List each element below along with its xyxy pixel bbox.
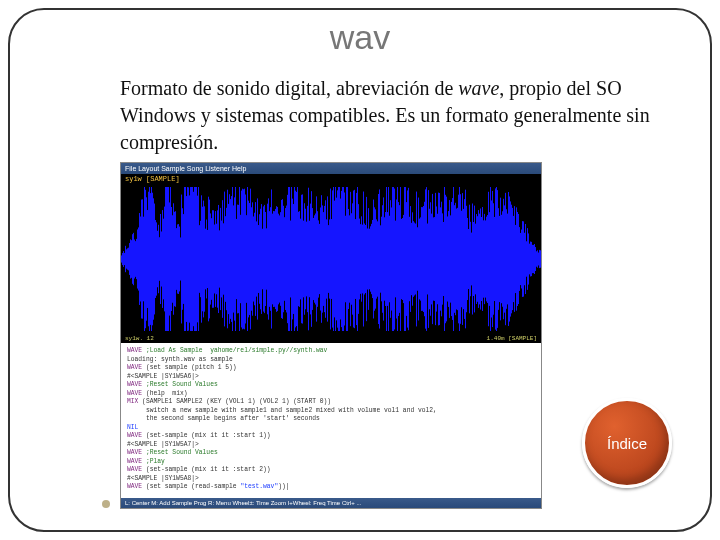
svg-rect-39 [159, 237, 160, 281]
svg-rect-376 [496, 187, 497, 331]
svg-rect-175 [295, 191, 296, 328]
svg-rect-35 [155, 220, 156, 298]
svg-rect-51 [171, 207, 172, 311]
svg-rect-378 [498, 208, 499, 310]
svg-rect-381 [501, 215, 502, 303]
svg-rect-395 [515, 225, 516, 293]
svg-rect-258 [378, 194, 379, 324]
svg-rect-219 [339, 187, 340, 331]
svg-rect-6 [126, 249, 127, 268]
svg-rect-344 [464, 199, 465, 319]
svg-rect-97 [217, 210, 218, 307]
svg-rect-26 [146, 197, 147, 320]
svg-rect-268 [388, 187, 389, 331]
svg-rect-319 [439, 193, 440, 325]
svg-rect-211 [331, 219, 332, 299]
svg-rect-347 [467, 218, 468, 300]
svg-rect-411 [531, 242, 532, 276]
svg-rect-309 [429, 209, 430, 309]
svg-rect-208 [328, 225, 329, 293]
svg-rect-325 [445, 195, 446, 323]
svg-rect-405 [525, 224, 526, 294]
svg-rect-20 [140, 217, 141, 302]
svg-rect-107 [227, 190, 228, 329]
svg-rect-32 [152, 193, 153, 326]
svg-rect-25 [145, 190, 146, 328]
body-prefix: Formato de sonido digital, abreviación d… [120, 77, 458, 99]
svg-rect-202 [322, 205, 323, 312]
svg-rect-263 [383, 197, 384, 320]
svg-rect-109 [229, 194, 230, 324]
svg-rect-368 [488, 192, 489, 326]
screenshot-bottombar: L: Center M: Add Sample Prog R: Menu Whe… [121, 498, 541, 508]
svg-rect-401 [521, 230, 522, 289]
svg-rect-138 [258, 225, 259, 293]
svg-rect-371 [491, 200, 492, 317]
svg-rect-318 [438, 193, 439, 326]
svg-rect-54 [174, 212, 175, 306]
svg-rect-205 [325, 200, 326, 318]
svg-rect-22 [142, 199, 143, 318]
svg-rect-10 [130, 239, 131, 278]
svg-rect-64 [184, 187, 185, 331]
svg-rect-295 [415, 224, 416, 295]
svg-rect-139 [259, 214, 260, 304]
svg-rect-364 [484, 214, 485, 304]
svg-rect-386 [506, 209, 507, 309]
svg-rect-358 [478, 210, 479, 308]
svg-rect-166 [286, 206, 287, 313]
svg-rect-380 [500, 198, 501, 321]
svg-rect-86 [206, 220, 207, 299]
svg-rect-42 [162, 210, 163, 308]
svg-rect-360 [480, 208, 481, 309]
svg-rect-393 [513, 216, 514, 302]
svg-rect-403 [523, 221, 524, 296]
svg-rect-275 [395, 221, 396, 298]
svg-rect-170 [290, 221, 291, 298]
svg-rect-119 [239, 187, 240, 331]
svg-rect-249 [369, 229, 370, 290]
svg-rect-267 [387, 212, 388, 306]
svg-rect-228 [348, 209, 349, 309]
embedded-screenshot: File Layout Sample Song Listener Help sy… [120, 162, 542, 509]
svg-rect-372 [492, 191, 493, 327]
svg-rect-302 [422, 207, 423, 311]
svg-rect-310 [430, 202, 431, 315]
svg-rect-213 [333, 187, 334, 331]
page-title: wav [10, 18, 710, 57]
svg-rect-111 [231, 196, 232, 322]
svg-rect-50 [170, 187, 171, 331]
index-button[interactable]: Índice [582, 398, 672, 488]
svg-rect-127 [247, 187, 248, 331]
svg-rect-74 [194, 187, 195, 331]
svg-rect-114 [234, 197, 235, 320]
svg-rect-341 [461, 211, 462, 308]
svg-rect-129 [249, 203, 250, 315]
svg-rect-288 [408, 188, 409, 330]
svg-rect-375 [495, 188, 496, 329]
svg-rect-390 [510, 201, 511, 316]
slide-frame: wav Formato de sonido digital, abreviaci… [8, 8, 712, 532]
svg-rect-70 [190, 187, 191, 331]
svg-rect-418 [538, 253, 539, 266]
svg-rect-46 [166, 187, 167, 331]
svg-rect-238 [358, 204, 359, 314]
svg-rect-133 [253, 216, 254, 301]
svg-rect-281 [401, 219, 402, 299]
svg-rect-306 [426, 187, 427, 331]
svg-rect-117 [237, 205, 238, 314]
svg-rect-99 [219, 230, 220, 287]
svg-rect-24 [144, 187, 145, 331]
svg-rect-383 [503, 199, 504, 319]
svg-rect-402 [522, 221, 523, 297]
svg-rect-233 [353, 191, 354, 328]
screenshot-console: WAVE ;Load As Sample yahome/rel/simple.p… [121, 343, 541, 498]
svg-rect-261 [381, 217, 382, 302]
svg-rect-11 [131, 240, 132, 278]
svg-rect-177 [297, 187, 298, 331]
svg-rect-9 [129, 243, 130, 275]
svg-rect-373 [493, 203, 494, 314]
svg-rect-273 [393, 187, 394, 331]
svg-rect-361 [481, 217, 482, 301]
svg-rect-328 [448, 211, 449, 307]
